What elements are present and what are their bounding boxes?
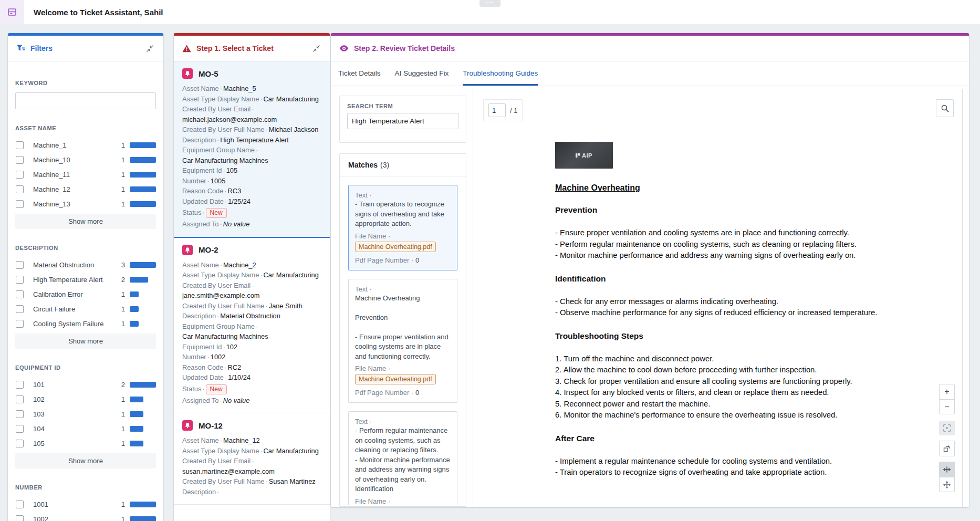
checkbox[interactable] bbox=[16, 156, 24, 164]
checkbox[interactable] bbox=[16, 290, 24, 298]
facet-label: NUMBER bbox=[15, 484, 156, 491]
checkbox[interactable] bbox=[16, 141, 24, 149]
filter-option[interactable]: 1002 1 bbox=[15, 512, 156, 521]
ticket-field: Description·High Temperature Alert bbox=[182, 135, 321, 145]
collapse-step1-button[interactable] bbox=[311, 43, 321, 54]
facet-item-count: 1 bbox=[118, 185, 125, 193]
checkbox[interactable] bbox=[16, 276, 24, 284]
search-term-input[interactable] bbox=[347, 113, 458, 129]
checkbox[interactable] bbox=[16, 440, 24, 447]
facet-bar bbox=[130, 277, 148, 283]
checkbox[interactable] bbox=[16, 395, 24, 403]
matches-box: Matches(3) Text · - Train operators to r… bbox=[339, 153, 466, 507]
match-card[interactable]: Text · Machine Overheating Prevention - … bbox=[348, 279, 457, 403]
ticket-field: Created By User Email·susan.martinez@exa… bbox=[182, 456, 321, 476]
file-name-tag[interactable]: Machine Overheating.pdf bbox=[355, 242, 436, 252]
ticket-field: Updated Date·1/25/24 bbox=[182, 196, 321, 207]
filter-option[interactable]: Machine_11 1 bbox=[15, 167, 156, 182]
facet-bar bbox=[130, 397, 143, 402]
keyword-input[interactable] bbox=[15, 92, 156, 109]
filter-option[interactable]: Machine_10 1 bbox=[15, 152, 156, 167]
facet-item-label: 1001 bbox=[33, 501, 48, 508]
step1-header: Step 1. Select a Ticket bbox=[174, 36, 330, 61]
show-more-button[interactable]: Show more bbox=[15, 453, 156, 468]
pan-button[interactable] bbox=[940, 477, 954, 492]
checkbox[interactable] bbox=[16, 410, 24, 418]
facet-item-count: 1 bbox=[118, 395, 125, 403]
show-more-button[interactable]: Show more bbox=[15, 214, 156, 229]
facet-bar bbox=[130, 382, 156, 388]
ticket-field: Asset Name·Machine_12 bbox=[182, 435, 321, 446]
facet-bar bbox=[130, 142, 156, 148]
rotate-page-button[interactable] bbox=[939, 441, 955, 456]
facet-bar bbox=[130, 201, 156, 207]
checkbox[interactable] bbox=[16, 261, 24, 269]
page-navigator: / 1 bbox=[483, 99, 523, 121]
filter-option[interactable]: 104 1 bbox=[15, 421, 156, 436]
checkbox[interactable] bbox=[16, 425, 24, 433]
filter-option[interactable]: Circuit Failure 1 bbox=[15, 301, 156, 316]
tab-troubleshooting-guides[interactable]: Troubleshooting Guides bbox=[463, 61, 538, 86]
checkbox[interactable] bbox=[16, 185, 24, 193]
checkbox[interactable] bbox=[16, 515, 24, 521]
checkbox[interactable] bbox=[16, 200, 24, 208]
ticket-field: Asset Type Display Name·Car Manufacturin… bbox=[182, 94, 321, 105]
ticket-card-mo-5[interactable]: MO-5 Asset Name·Machine_5 Asset Type Dis… bbox=[174, 61, 330, 238]
filter-option[interactable]: 101 2 bbox=[15, 377, 156, 392]
drag-handle[interactable]: ••• bbox=[479, 0, 501, 7]
checkbox[interactable] bbox=[16, 305, 24, 313]
pan-move-icon bbox=[943, 481, 951, 489]
filter-option[interactable]: 102 1 bbox=[15, 392, 156, 407]
ticket-assigned-field: Assigned To·No value bbox=[182, 219, 321, 230]
ticket-field: Created By User Full Name·Jane Smith bbox=[182, 301, 321, 311]
filter-option[interactable]: Material Obstruction 3 bbox=[15, 257, 156, 272]
checkbox[interactable] bbox=[16, 171, 24, 179]
pdf-section-body: - Implement a regular maintenance schedu… bbox=[555, 456, 923, 478]
ticket-field: Description· bbox=[182, 487, 321, 497]
facet-item-label: Machine_12 bbox=[33, 185, 70, 193]
tab-ticket-details[interactable]: Ticket Details bbox=[338, 61, 381, 86]
step2-title: Step 2. Review Ticket Details bbox=[354, 44, 455, 53]
filter-option[interactable]: Cooling System Failure 1 bbox=[15, 316, 156, 331]
filter-option[interactable]: Machine_13 1 bbox=[15, 196, 156, 211]
filter-option[interactable]: 105 1 bbox=[15, 436, 156, 451]
facet-item-count: 1 bbox=[118, 320, 125, 328]
ticket-id: MO-2 bbox=[199, 245, 218, 254]
filter-option[interactable]: High Temperature Alert 2 bbox=[15, 272, 156, 287]
show-more-button[interactable]: Show more bbox=[15, 334, 156, 349]
filter-option[interactable]: Machine_12 1 bbox=[15, 182, 156, 196]
checkbox[interactable] bbox=[16, 501, 24, 508]
facet-item-count: 3 bbox=[118, 261, 125, 269]
tab-ai-suggested-fix[interactable]: AI Suggested Fix bbox=[395, 61, 449, 86]
ticket-card-mo-12[interactable]: MO-12 Asset Name·Machine_12 Asset Type D… bbox=[174, 413, 330, 505]
pdf-section-heading: Troubleshooting Steps bbox=[555, 331, 923, 341]
checkbox[interactable] bbox=[16, 320, 24, 328]
facet-bar bbox=[130, 516, 156, 521]
filter-option[interactable]: 1001 1 bbox=[15, 497, 156, 512]
filter-option[interactable]: Calibration Error 1 bbox=[15, 287, 156, 301]
file-name-tag[interactable]: Machine Overheating.pdf bbox=[355, 374, 436, 384]
zoom-in-button[interactable]: + bbox=[940, 384, 954, 399]
matches-header: Matches(3) bbox=[340, 154, 466, 176]
facet-item-count: 1 bbox=[118, 440, 125, 447]
zoom-to-fit-icon bbox=[943, 424, 951, 432]
pdf-section-body: - Check for any error messages or alarms… bbox=[555, 296, 923, 319]
page-number-input[interactable] bbox=[488, 103, 506, 117]
ticket-card-mo-2[interactable]: MO-2 Asset Name·Machine_2 Asset Type Dis… bbox=[174, 238, 330, 414]
document-icon bbox=[7, 7, 17, 17]
facet-bar bbox=[130, 441, 143, 446]
ticket-field: Created By User Full Name·Susan Martinez bbox=[182, 476, 321, 487]
zoom-to-fit-button[interactable] bbox=[939, 421, 955, 435]
collapse-filters-button[interactable] bbox=[144, 43, 155, 54]
match-card[interactable]: Text · - Train operators to recognize si… bbox=[348, 185, 457, 270]
match-card[interactable]: Text · - Perform regular maintenance on … bbox=[348, 411, 457, 505]
pdf-search-button[interactable] bbox=[936, 99, 954, 117]
collapse-arrows-icon bbox=[312, 45, 320, 53]
filter-option[interactable]: Machine_1 1 bbox=[15, 138, 156, 152]
filter-option[interactable]: 103 1 bbox=[15, 407, 156, 421]
facet-bar bbox=[130, 291, 139, 297]
checkbox[interactable] bbox=[16, 381, 24, 389]
zoom-out-button[interactable]: − bbox=[940, 399, 954, 414]
facet-bar bbox=[130, 321, 139, 327]
fit-width-button[interactable] bbox=[940, 462, 954, 477]
